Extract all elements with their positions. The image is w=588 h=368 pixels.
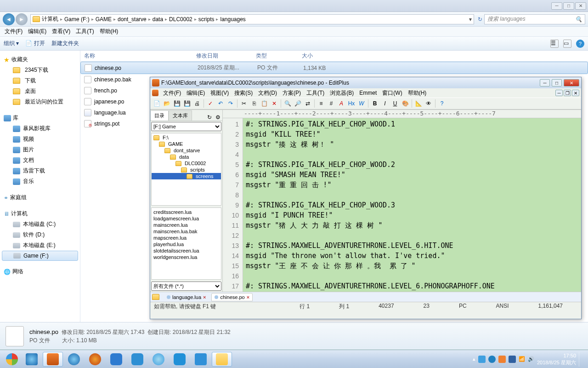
nav-item[interactable]: Game (F:) xyxy=(2,251,78,261)
libraries-header[interactable]: 库 xyxy=(2,113,78,123)
code-text[interactable]: #: STRINGS.PIG_TALK_HELP_CHOP_WOOD.1 msg… xyxy=(243,118,581,292)
ep-menu-item[interactable]: 工具(T) xyxy=(304,89,327,97)
tray-icon[interactable] xyxy=(498,356,506,363)
help-icon[interactable]: ? xyxy=(576,40,584,48)
start-button[interactable] xyxy=(3,352,21,367)
search-input[interactable]: 搜索 languages 🔍 xyxy=(484,14,585,24)
side-file-item[interactable]: mainscreen.lua.bak xyxy=(153,228,220,235)
tree-item[interactable]: F:\ xyxy=(152,134,221,141)
ep-menu-item[interactable]: 窗口(W) xyxy=(379,89,405,97)
view-icon[interactable]: ☰ xyxy=(550,40,559,48)
filter-select[interactable]: 所有文件 (*.*) xyxy=(151,282,221,291)
task-ie[interactable] xyxy=(22,352,42,367)
tray-icon[interactable] xyxy=(488,356,496,363)
drive-select[interactable]: [F:] Game xyxy=(151,122,221,131)
nav-item[interactable]: 2345下载 xyxy=(2,65,78,75)
nav-item[interactable]: 软件 (D:) xyxy=(2,230,78,240)
computer-header[interactable]: 🖥计算机 xyxy=(2,208,78,219)
tool1-icon[interactable]: 📐 xyxy=(414,99,423,108)
mdi-close-icon[interactable]: ✕ xyxy=(572,90,579,96)
ep-menu-item[interactable]: 编辑(E) xyxy=(184,89,208,97)
side-file-item[interactable]: mainscreen.lua xyxy=(153,222,220,228)
hex-icon[interactable]: Hx xyxy=(347,99,356,108)
italic-icon[interactable]: I xyxy=(380,99,390,108)
save-icon[interactable]: 💾 xyxy=(172,99,181,108)
task-editplus[interactable] xyxy=(43,352,63,367)
nav-item[interactable]: 本地磁盘 (E:) xyxy=(2,240,78,251)
task-explorer[interactable] xyxy=(212,352,232,367)
find-icon[interactable]: 🔍 xyxy=(283,99,292,108)
line-num-icon[interactable]: # xyxy=(327,99,336,108)
close-tab-icon[interactable]: × xyxy=(247,294,249,300)
mdi-min-icon[interactable]: ─ xyxy=(555,90,563,96)
side-file-item[interactable]: loadgamescreen.lua xyxy=(153,215,220,222)
col-name[interactable]: 名称 xyxy=(84,52,196,60)
side-file-item[interactable]: playerhud.lua xyxy=(153,241,220,247)
side-file-item[interactable]: creditsscreen.lua xyxy=(153,209,220,215)
menu-item[interactable]: 查看(V) xyxy=(49,28,73,35)
breadcrumb-segment[interactable]: languages xyxy=(220,16,245,23)
menu-item[interactable]: 文件(F) xyxy=(2,28,25,35)
ep-menu-item[interactable]: 浏览器(B) xyxy=(327,89,356,97)
nav-item[interactable]: 暴风影视库 xyxy=(2,123,78,134)
ep-maximize-button[interactable]: □ xyxy=(552,79,562,86)
nav-item[interactable]: 文档 xyxy=(2,155,78,166)
menu-item[interactable]: 帮助(H) xyxy=(97,28,121,35)
new-folder-button[interactable]: 新建文件夹 xyxy=(51,40,79,47)
tree-item[interactable]: screens xyxy=(152,173,221,179)
network-header[interactable]: 🌐网络 xyxy=(2,266,78,277)
ep-menu-item[interactable]: 文件(F) xyxy=(160,89,184,97)
tree-item[interactable]: scripts xyxy=(152,167,221,173)
tray-icon[interactable] xyxy=(478,356,486,363)
ep-menu-item[interactable]: 方案(P) xyxy=(280,89,304,97)
breadcrumb-segment[interactable]: DLC0002 xyxy=(169,16,192,23)
preview-icon[interactable]: ▭ xyxy=(563,40,571,48)
system-tray[interactable]: ▴ 📶 🔊 17:50 2018/8/25 星期六 xyxy=(473,352,585,367)
ep-close-button[interactable]: ✕ xyxy=(564,79,579,86)
cut-icon[interactable]: ✂ xyxy=(239,99,249,108)
column-headers[interactable]: 名称 修改日期 类型 大小 xyxy=(80,51,588,62)
mdi-restore-icon[interactable]: ❐ xyxy=(564,90,571,96)
nav-item[interactable]: 桌面 xyxy=(2,86,78,97)
dir-tab[interactable]: 目录 xyxy=(150,110,169,121)
breadcrumb-segment[interactable]: Game (F:) xyxy=(64,16,90,23)
task-firefox[interactable] xyxy=(85,352,105,367)
new-file-icon[interactable]: 📄 xyxy=(152,99,161,108)
menu-item[interactable]: 编辑(E) xyxy=(25,28,49,35)
breadcrumb-segment[interactable]: 计算机 xyxy=(42,15,58,23)
bold-icon[interactable]: B xyxy=(370,99,379,108)
col-type[interactable]: 类型 xyxy=(256,52,302,60)
word-wrap-icon[interactable]: ≡ xyxy=(317,99,326,108)
back-button[interactable]: ◄ xyxy=(3,13,15,25)
refresh-dir-icon[interactable]: ↻ xyxy=(205,114,214,121)
network-icon[interactable]: 📶 xyxy=(519,356,525,362)
nav-item[interactable]: 视频 xyxy=(2,134,78,144)
nav-item[interactable]: 最近访问的位置 xyxy=(2,97,78,107)
task-app1[interactable] xyxy=(106,352,126,367)
doc-tab[interactable]: chinese.po× xyxy=(211,293,253,301)
tray-icon[interactable] xyxy=(509,356,516,363)
clock[interactable]: 17:50 2018/8/25 星期六 xyxy=(537,352,576,366)
breadcrumb-path[interactable]: 计算机▸Game (F:)▸GAME▸dont_starve▸data▸DLC0… xyxy=(30,14,474,24)
folder-icon[interactable] xyxy=(152,294,159,300)
open-file-icon[interactable]: 📂 xyxy=(162,99,171,108)
help-icon[interactable]: ? xyxy=(437,99,447,108)
side-file-item[interactable]: mapscreen.lua xyxy=(153,235,220,241)
col-date[interactable]: 修改日期 xyxy=(196,52,256,60)
show-desktop[interactable] xyxy=(579,352,583,367)
spell-icon[interactable]: ✓ xyxy=(206,99,215,108)
delete-icon[interactable]: ✕ xyxy=(270,99,279,108)
redo-icon[interactable]: ↷ xyxy=(226,99,235,108)
close-button[interactable]: ✕ xyxy=(575,2,586,10)
ep-menu-item[interactable]: 视图(V) xyxy=(208,89,232,97)
file-row[interactable]: chinese.po2018/8/25 星期...PO 文件1,134 KB xyxy=(80,62,588,74)
organize-button[interactable]: 组织 ▾ xyxy=(4,40,19,47)
menu-item[interactable]: 工具(T) xyxy=(73,28,96,35)
task-qq[interactable] xyxy=(148,352,169,367)
task-thunder[interactable] xyxy=(170,352,190,367)
breadcrumb-segment[interactable]: dont_starve xyxy=(118,16,147,23)
underline-icon[interactable]: U xyxy=(390,99,400,108)
ep-menu-item[interactable]: 帮助(H) xyxy=(405,89,430,97)
breadcrumb-segment[interactable]: GAME xyxy=(96,16,112,23)
ep-menu-item[interactable]: 文档(D) xyxy=(255,89,280,97)
